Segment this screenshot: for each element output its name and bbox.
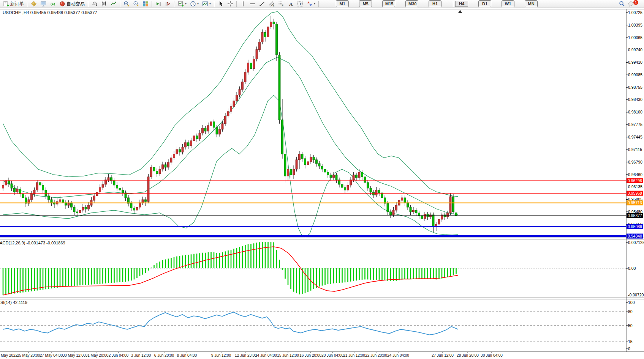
time-tick-label: 14 Jun 04:00 (255, 353, 277, 357)
svg-text:E: E (273, 4, 275, 7)
timeframe-h1[interactable]: H1 (429, 0, 441, 7)
price-tick-label: 0.98755 (628, 85, 642, 90)
time-tick-label: 20 Jun 04:00 (321, 353, 343, 357)
template-button[interactable]: ▾ (201, 0, 212, 8)
price-line-axis-label: 0.96296 (628, 178, 642, 183)
svg-text:F: F (282, 4, 283, 7)
timeframe-h4[interactable]: H4 (455, 1, 468, 7)
cursor-button[interactable] (216, 0, 225, 8)
candle (449, 194, 451, 215)
chart-shift-button[interactable] (163, 0, 172, 8)
price-tick-label: 0.96135 (628, 184, 642, 189)
price-tick-label: 1.00395 (628, 23, 642, 27)
vline-icon (240, 1, 246, 7)
macd-tick-label: 0.00 (628, 266, 636, 271)
time-tick-label: 28 Jun 20:00 (457, 353, 479, 357)
price-tick-label: 0.97445 (628, 135, 642, 139)
timeframe-mn[interactable]: MN (525, 0, 538, 7)
timeframe-m1[interactable]: M1 (336, 0, 349, 7)
cursor-icon (218, 1, 224, 7)
auto-scroll-button[interactable] (154, 0, 163, 8)
zoom-out-icon (133, 1, 139, 7)
signal-button[interactable] (48, 0, 57, 8)
crosshair-icon (227, 1, 233, 7)
autoscroll-icon (155, 1, 161, 7)
timeframe-m15[interactable]: M15 (382, 0, 395, 7)
monitor-icon (40, 1, 46, 7)
macd-tick-label: -0.007201 (628, 293, 644, 297)
clock-icon (190, 1, 196, 7)
text-label-button[interactable]: T (296, 0, 305, 8)
rsi-tick-label: 0 (628, 346, 630, 351)
tile-windows-button[interactable] (141, 0, 150, 8)
signal-icon (50, 1, 56, 7)
price-tick-label: 0.97115 (628, 147, 642, 152)
text-a-icon: A (288, 1, 294, 7)
trendline-button[interactable] (258, 0, 267, 8)
timeframe-m30[interactable]: M30 (405, 0, 418, 7)
new-order-icon (3, 1, 9, 7)
zoom-out-button[interactable] (131, 0, 141, 8)
time-tick-label: 27 Jun 12:00 (432, 353, 454, 357)
chart-title: USDCHF-,H4 0.95455 0.95488 0.95377 0.953… (3, 10, 97, 15)
time-tick-label: 8 Jun 04:00 (177, 353, 197, 357)
text-button[interactable]: A (286, 0, 295, 8)
bar-chart-button[interactable] (90, 0, 99, 8)
macd-tick-label: 0.007125 (628, 240, 644, 245)
notification-badge: 1 (633, 0, 638, 5)
chart-background (0, 0, 644, 359)
price-line-axis-label: 0.95968 (628, 191, 642, 195)
timeframe-m5[interactable]: M5 (359, 0, 372, 7)
new-chart-button[interactable]: ▾ (176, 0, 188, 8)
candle (147, 174, 149, 203)
mt4-window: 新订单自动交易▾▾▾EFAT▾M1M5M15M30H1H4D1W1MN1 1.0… (0, 0, 644, 359)
zoom-in-icon (123, 1, 130, 7)
timeframe-d1[interactable]: D1 (478, 0, 491, 7)
line-chart-button[interactable] (109, 0, 118, 8)
crosshair-button[interactable] (226, 0, 235, 8)
toolbar-separator (174, 1, 175, 7)
chevron-down-icon: ▾ (314, 2, 315, 5)
channel-icon: E (269, 1, 275, 7)
new-order-button-label: 新订单 (10, 1, 24, 7)
main-toolbar: 新订单自动交易▾▾▾EFAT▾M1M5M15M30H1H4D1W1MN1 (0, 0, 644, 8)
equidistant-channel-button[interactable]: E (267, 0, 276, 8)
zoom-in-button[interactable] (122, 0, 131, 8)
time-tick-label: 6 Jun 20:00 (154, 353, 174, 357)
chart-surface[interactable]: 1.007251.003951.000650.997400.994100.990… (0, 0, 644, 359)
price-tick-label: 0.99085 (628, 72, 642, 77)
notifications-button[interactable]: 1 (627, 0, 642, 8)
price-tick-label: 0.99410 (628, 60, 642, 65)
time-tick-label: 30 May 12:00 (63, 353, 86, 357)
time-tick-label: 15 Jun 12:00 (277, 353, 299, 357)
horizontal-line-button[interactable] (248, 0, 257, 8)
chevron-down-icon: ▾ (185, 2, 187, 5)
price-tick-label: 1.00065 (628, 35, 642, 40)
time-tick-label: 3 Jun 12:00 (131, 353, 151, 357)
autotrading-button[interactable]: 自动交易 (58, 0, 86, 8)
charts-window-button[interactable] (39, 0, 48, 8)
chevron-down-icon: ▾ (197, 2, 199, 5)
period-selector-button[interactable]: ▾ (188, 0, 200, 8)
price-tick-label: 0.96460 (628, 172, 642, 177)
candlestick-chart-button[interactable] (100, 0, 109, 8)
chart-candles-icon (101, 1, 107, 7)
rsi-tick-label: 50 (628, 323, 633, 328)
search-icon (619, 1, 625, 7)
time-tick-label: 21 Jun 12:00 (343, 353, 365, 357)
chart-bars-icon (92, 1, 98, 7)
trendline-icon (259, 1, 265, 7)
price-tick-label: 0.98100 (628, 110, 642, 114)
search-button[interactable] (617, 0, 627, 8)
vertical-line-button[interactable] (239, 0, 248, 8)
hline-icon (250, 1, 256, 7)
seal-button[interactable] (29, 0, 38, 8)
fibonacci-button[interactable]: F (277, 0, 286, 8)
time-tick-label: 25 May 20:00 (17, 353, 40, 357)
toolbar-separator (214, 1, 215, 7)
toolbar-separator (453, 1, 454, 7)
arrows-button[interactable]: ▾ (305, 0, 317, 8)
toolbar-separator (236, 1, 237, 7)
timeframe-w1[interactable]: W1 (502, 0, 514, 7)
new-order-button[interactable]: 新订单 (2, 0, 25, 8)
